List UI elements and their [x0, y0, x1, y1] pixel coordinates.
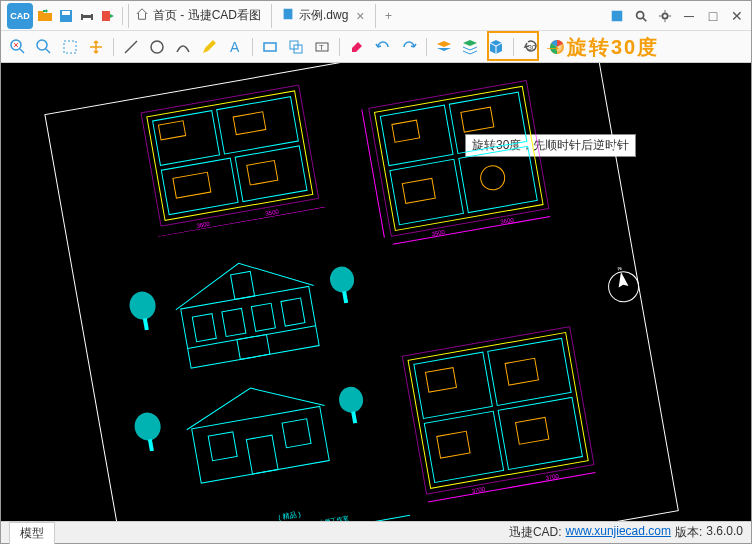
app-window: CAD 首页 - 迅捷CAD看图 示例.dwg × + ─ □ ✕: [0, 0, 752, 544]
svg-point-8: [637, 11, 644, 18]
layer-icon[interactable]: [433, 36, 455, 58]
save-icon[interactable]: [57, 7, 75, 25]
svg-rect-6: [284, 9, 293, 20]
model-tab[interactable]: 模型: [9, 522, 55, 544]
version-value: 3.6.0.0: [706, 524, 743, 541]
rotate-highlight-box: [487, 31, 539, 61]
version-label: 版本:: [675, 524, 702, 541]
status-right: 迅捷CAD: www.xunjiecad.com 版本: 3.6.0.0: [509, 524, 743, 541]
undo-icon[interactable]: [372, 36, 394, 58]
svg-point-17: [151, 41, 163, 53]
status-bar: 模型 迅捷CAD: www.xunjiecad.com 版本: 3.6.0.0: [1, 521, 751, 543]
svg-text:A: A: [230, 39, 240, 55]
separator: [426, 38, 427, 56]
maximize-button[interactable]: □: [705, 8, 721, 24]
tab-home-label: 首页 - 迅捷CAD看图: [153, 7, 261, 24]
drawing-canvas[interactable]: 旋转30度，先顺时针后逆时针 360: [1, 63, 751, 521]
tab-file[interactable]: 示例.dwg ×: [275, 4, 376, 28]
export-icon[interactable]: [99, 7, 117, 25]
settings-icon[interactable]: [657, 8, 673, 24]
file-icon: [281, 7, 295, 24]
annotation: → 旋转30度: [543, 34, 659, 61]
svg-point-13: [37, 40, 47, 50]
svg-rect-1: [62, 11, 70, 15]
separator: [339, 38, 340, 56]
title-bar: CAD 首页 - 迅捷CAD看图 示例.dwg × + ─ □ ✕: [1, 1, 751, 31]
svg-point-10: [662, 13, 667, 18]
zoom-extents-icon[interactable]: [7, 36, 29, 58]
theme-icon[interactable]: [609, 8, 625, 24]
arc-tool-icon[interactable]: [172, 36, 194, 58]
print-icon[interactable]: [78, 7, 96, 25]
line-tool-icon[interactable]: [120, 36, 142, 58]
pan-icon[interactable]: [85, 36, 107, 58]
move-tool-icon[interactable]: T: [311, 36, 333, 58]
home-icon: [135, 7, 149, 24]
arrow-icon: →: [543, 36, 563, 59]
window-controls: ─ □ ✕: [609, 8, 745, 24]
separator: [252, 38, 253, 56]
svg-rect-19: [264, 43, 276, 51]
text-tool-icon[interactable]: A: [224, 36, 246, 58]
svg-line-14: [46, 49, 50, 53]
copy-tool-icon[interactable]: [285, 36, 307, 58]
svg-line-9: [643, 17, 647, 21]
tab-home[interactable]: 首页 - 迅捷CAD看图: [128, 4, 272, 28]
erase-tool-icon[interactable]: [346, 36, 368, 58]
svg-rect-5: [102, 11, 110, 21]
cad-drawing: 3600 3500: [23, 63, 696, 521]
svg-line-12: [20, 49, 24, 53]
zoom-window-icon[interactable]: [33, 36, 55, 58]
website-link[interactable]: www.xunjiecad.com: [566, 524, 671, 541]
svg-rect-101: [45, 63, 678, 521]
separator: [113, 38, 114, 56]
minimize-button[interactable]: ─: [681, 8, 697, 24]
layer-manage-icon[interactable]: [459, 36, 481, 58]
rect-tool-icon[interactable]: [259, 36, 281, 58]
annotation-text: 旋转30度: [567, 34, 659, 61]
tab-close-icon[interactable]: ×: [356, 8, 364, 24]
svg-rect-15: [64, 41, 76, 53]
circle-tool-icon[interactable]: [146, 36, 168, 58]
toolbar: A T 30 → 旋转30度: [1, 31, 751, 63]
svg-text:T: T: [319, 43, 324, 52]
svg-rect-4: [83, 18, 91, 22]
zoom-icon[interactable]: [633, 8, 649, 24]
app-logo: CAD: [7, 3, 33, 29]
close-button[interactable]: ✕: [729, 8, 745, 24]
redo-icon[interactable]: [398, 36, 420, 58]
separator: [122, 7, 123, 25]
brand-label: 迅捷CAD:: [509, 524, 562, 541]
svg-rect-3: [83, 11, 91, 15]
select-region-icon[interactable]: [59, 36, 81, 58]
svg-rect-7: [612, 10, 623, 21]
tab-file-label: 示例.dwg: [299, 7, 348, 24]
open-folder-icon[interactable]: [36, 7, 54, 25]
tab-add-button[interactable]: +: [379, 9, 399, 23]
edit-tool-icon[interactable]: [198, 36, 220, 58]
svg-line-16: [125, 41, 137, 53]
